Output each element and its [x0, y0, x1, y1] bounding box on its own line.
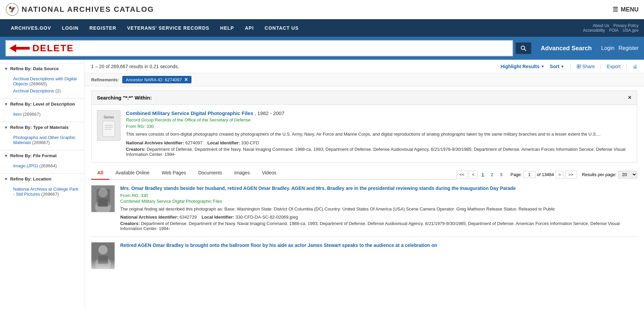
print-button[interactable]: 🖨	[633, 64, 637, 69]
refine-file-format-header[interactable]: ▼ Refine By: File Format	[0, 150, 84, 161]
search-button[interactable]	[516, 43, 531, 54]
page-num-3[interactable]: 3	[497, 171, 505, 178]
person-photo-icon2	[92, 242, 114, 269]
nav-register[interactable]: REGISTER	[84, 19, 122, 37]
chevron-down-icon: ▼	[541, 64, 544, 68]
divider2: |	[600, 64, 601, 69]
refine-file-format: ▼ Refine By: File Format Image (JPG) (26…	[0, 150, 84, 171]
sidebar-item-digital-objects[interactable]: Archival Descriptions with Digital Objec…	[8, 75, 84, 87]
advanced-search-link[interactable]: Advanced Search	[534, 45, 598, 52]
menu-button[interactable]: ☰ MENU	[613, 6, 639, 13]
result-title-link[interactable]: Retired AGEN Omar Bradley is brought ont…	[120, 242, 637, 249]
chevron-down-icon: ▼	[4, 125, 8, 130]
delete-label: DELETE	[32, 43, 74, 54]
nav-foia[interactable]: FOIA	[609, 28, 619, 33]
export-button[interactable]: Export	[607, 64, 620, 69]
refine-materials-header[interactable]: ▼ Refine By: Type of Materials	[0, 122, 84, 133]
sidebar-item-photographs[interactable]: Photographs and Other Graphic Materials …	[8, 134, 84, 146]
prev-page-button[interactable]: <	[469, 171, 478, 178]
refine-materials-items: Photographs and Other Graphic Materials …	[0, 133, 84, 147]
first-page-button[interactable]: <<	[456, 171, 467, 178]
nav-api[interactable]: API	[239, 19, 259, 37]
result-title-link[interactable]: Mrs. Omar Bradley stands beside her husb…	[120, 185, 637, 192]
page-num-1[interactable]: 1	[479, 171, 487, 178]
document-icon	[102, 120, 115, 137]
pagination-controls: << < 1 2 3 Page: of 13484 > >>	[456, 171, 576, 178]
refine-level-header[interactable]: ▼ Refine By: Level of Description	[0, 99, 84, 109]
nav-contact[interactable]: CONTACT US	[259, 19, 304, 37]
nav-about[interactable]: About Us	[593, 23, 609, 28]
local-id-label: Local Identifier:	[207, 140, 240, 145]
results-count: 1 – 20 of 269,667 results in 0.21 second…	[91, 64, 179, 69]
refine-level-label: Refine By: Level of Description	[10, 102, 75, 107]
refine-materials-label: Refine By: Type of Materials	[10, 125, 69, 130]
refine-item-count: (2)	[55, 88, 61, 93]
svg-line-4	[524, 49, 526, 51]
svg-text:🦅: 🦅	[8, 6, 16, 13]
arrow-icon	[9, 44, 30, 53]
tab-web-pages[interactable]: Web Pages	[156, 167, 192, 180]
per-page-label: Results per page:	[582, 172, 616, 177]
nara-id-value: 6274097	[185, 140, 203, 145]
nav-right-top: About Us Privacy Policy	[593, 23, 639, 28]
table-row: Retired AGEN Omar Bradley is brought ont…	[91, 237, 637, 275]
login-link[interactable]: Login	[601, 45, 614, 51]
export-label: Export	[607, 64, 620, 69]
next-page-button[interactable]: >	[555, 171, 564, 178]
nav-usagov[interactable]: USA.gov	[623, 28, 639, 33]
divider3: |	[626, 64, 627, 69]
tab-images[interactable]: Images	[228, 167, 256, 180]
share-button[interactable]: ⊞ Share	[576, 63, 595, 69]
search-within-close-button[interactable]: ×	[628, 94, 632, 101]
tab-available-online[interactable]: Available Online	[109, 167, 156, 180]
chevron-down-icon: ▼	[561, 64, 564, 68]
pagination-bar: << < 1 2 3 Page: of 13484 > >> Results p…	[456, 171, 637, 178]
nav-privacy[interactable]: Privacy Policy	[613, 23, 639, 28]
refine-location-header[interactable]: ▼ Refine By: Location	[0, 173, 84, 184]
share-label: Share	[582, 64, 595, 69]
nav-login[interactable]: LOGIN	[56, 19, 84, 37]
nara-id-label: National Archives Identifier:	[126, 140, 184, 145]
series-title-link[interactable]: Combined Military Service Digital Photog…	[126, 110, 253, 116]
tab-videos[interactable]: Videos	[256, 167, 283, 180]
svg-rect-5	[103, 121, 115, 137]
page-label: Page:	[511, 172, 522, 177]
sidebar-item-item[interactable]: Item (269667)	[8, 111, 84, 118]
refine-level: ▼ Refine By: Level of Description Item (…	[0, 99, 84, 119]
sort-button[interactable]: Sort ▼	[550, 64, 564, 69]
content-area: 1 – 20 of 269,667 results in 0.21 second…	[84, 60, 644, 309]
register-link[interactable]: Register	[618, 45, 639, 51]
divider: |	[570, 64, 571, 69]
sidebar-item-jpg[interactable]: Image (JPG) (269664)	[8, 162, 84, 169]
last-page-button[interactable]: >>	[565, 171, 576, 178]
refinement-tag-ancestor: Ancestor NARA-ID: 6274097 ✕	[122, 76, 191, 83]
refine-data-source-header[interactable]: ▼ Refine By: Data Source	[0, 63, 84, 74]
result-thumbnail	[91, 242, 115, 269]
chevron-down-icon: ▼	[4, 66, 8, 71]
per-page-select[interactable]: 20 50 100	[618, 171, 637, 178]
tab-all[interactable]: All	[91, 167, 109, 180]
nav-archives[interactable]: ARCHIVES.GOV	[5, 19, 56, 37]
refine-file-format-items: Image (JPG) (269664)	[0, 161, 84, 171]
result-nara-id-label: National Archives Identifier:	[120, 215, 178, 220]
person-photo-icon	[92, 185, 114, 212]
page-number-input[interactable]	[523, 171, 536, 178]
results-controls: Highlight Results ▼ Sort ▼ | ⊞ Share | E…	[500, 63, 637, 69]
chevron-down-icon: ▼	[4, 153, 8, 158]
tab-documents[interactable]: Documents	[192, 167, 228, 180]
result-local-id-label: Local Identifier:	[202, 215, 234, 220]
refine-location-items: National Archives at College Park - Stil…	[0, 184, 84, 199]
series-from-rg: From RG: 330	[126, 124, 632, 129]
nav-accessibility[interactable]: Accessibility	[583, 28, 605, 33]
page-num-2[interactable]: 2	[488, 171, 496, 178]
refine-file-format-label: Refine By: File Format	[10, 153, 57, 158]
search-input[interactable]	[78, 46, 509, 51]
sidebar-item-college-park[interactable]: National Archives at College Park - Stil…	[8, 186, 84, 198]
remove-refinement-button[interactable]: ✕	[184, 77, 188, 82]
nav-help[interactable]: HELP	[215, 19, 239, 37]
highlight-results-button[interactable]: Highlight Results ▼	[500, 64, 544, 69]
series-title-line: Combined Military Service Digital Photog…	[126, 110, 632, 116]
sidebar-item-archival-descriptions[interactable]: Archival Descriptions (2)	[8, 87, 84, 94]
refine-data-source-label: Refine By: Data Source	[10, 66, 59, 71]
nav-veterans[interactable]: VETERANS' SERVICE RECORDS	[122, 19, 215, 37]
